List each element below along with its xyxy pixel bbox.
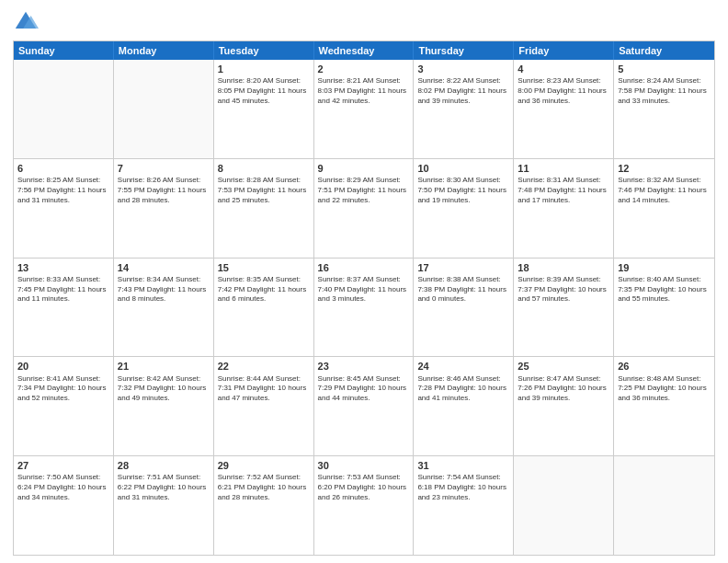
calendar-cell: 26Sunrise: 8:48 AM Sunset: 7:25 PM Dayli…	[614, 357, 714, 455]
calendar-cell: 5Sunrise: 8:24 AM Sunset: 7:58 PM Daylig…	[614, 60, 714, 158]
day-info: Sunrise: 8:24 AM Sunset: 7:58 PM Dayligh…	[618, 76, 711, 106]
day-number: 13	[17, 261, 109, 274]
day-info: Sunrise: 8:23 AM Sunset: 8:00 PM Dayligh…	[518, 76, 609, 106]
day-info: Sunrise: 8:26 AM Sunset: 7:55 PM Dayligh…	[118, 176, 210, 205]
day-number: 19	[618, 261, 711, 274]
day-info: Sunrise: 8:30 AM Sunset: 7:50 PM Dayligh…	[417, 176, 509, 205]
day-info: Sunrise: 8:39 AM Sunset: 7:37 PM Dayligh…	[518, 275, 609, 304]
day-info: Sunrise: 8:37 AM Sunset: 7:40 PM Dayligh…	[318, 275, 410, 304]
calendar-cell: 21Sunrise: 8:42 AM Sunset: 7:32 PM Dayli…	[114, 357, 214, 455]
day-number: 20	[17, 360, 109, 373]
calendar-cell: 16Sunrise: 8:37 AM Sunset: 7:40 PM Dayli…	[314, 259, 415, 357]
calendar-week: 20Sunrise: 8:41 AM Sunset: 7:34 PM Dayli…	[14, 357, 714, 456]
calendar-day-header: Saturday	[614, 41, 714, 60]
calendar-cell: 7Sunrise: 8:26 AM Sunset: 7:55 PM Daylig…	[114, 159, 214, 258]
calendar-cell: 6Sunrise: 8:25 AM Sunset: 7:56 PM Daylig…	[14, 159, 114, 258]
calendar-cell: 17Sunrise: 8:38 AM Sunset: 7:38 PM Dayli…	[414, 259, 514, 357]
calendar-week: 6Sunrise: 8:25 AM Sunset: 7:56 PM Daylig…	[14, 159, 714, 259]
calendar-cell: 25Sunrise: 8:47 AM Sunset: 7:26 PM Dayli…	[514, 357, 614, 455]
day-info: Sunrise: 7:52 AM Sunset: 6:21 PM Dayligh…	[218, 473, 310, 502]
day-info: Sunrise: 8:22 AM Sunset: 8:02 PM Dayligh…	[417, 76, 509, 106]
day-info: Sunrise: 8:45 AM Sunset: 7:29 PM Dayligh…	[318, 374, 410, 404]
day-info: Sunrise: 8:20 AM Sunset: 8:05 PM Dayligh…	[218, 76, 310, 106]
calendar-cell: 2Sunrise: 8:21 AM Sunset: 8:03 PM Daylig…	[314, 60, 415, 158]
day-info: Sunrise: 8:21 AM Sunset: 8:03 PM Dayligh…	[318, 76, 410, 106]
calendar-cell: 28Sunrise: 7:51 AM Sunset: 6:22 PM Dayli…	[114, 456, 214, 555]
calendar-day-header: Wednesday	[314, 41, 415, 60]
day-number: 11	[518, 162, 609, 175]
calendar-cell: 10Sunrise: 8:30 AM Sunset: 7:50 PM Dayli…	[414, 159, 514, 258]
calendar-cell: 31Sunrise: 7:54 AM Sunset: 6:18 PM Dayli…	[414, 456, 514, 555]
day-info: Sunrise: 7:53 AM Sunset: 6:20 PM Dayligh…	[318, 473, 410, 502]
day-number: 30	[318, 459, 410, 472]
day-info: Sunrise: 8:40 AM Sunset: 7:35 PM Dayligh…	[618, 275, 711, 304]
day-info: Sunrise: 8:28 AM Sunset: 7:53 PM Dayligh…	[218, 176, 310, 205]
calendar-week: 1Sunrise: 8:20 AM Sunset: 8:05 PM Daylig…	[14, 60, 714, 159]
day-number: 26	[618, 360, 711, 373]
day-number: 9	[318, 162, 410, 175]
day-info: Sunrise: 8:31 AM Sunset: 7:48 PM Dayligh…	[518, 176, 609, 205]
logo-icon	[13, 9, 39, 35]
day-info: Sunrise: 8:44 AM Sunset: 7:31 PM Dayligh…	[218, 374, 310, 404]
calendar-cell: 11Sunrise: 8:31 AM Sunset: 7:48 PM Dayli…	[514, 159, 614, 258]
calendar-day-header: Sunday	[14, 41, 114, 60]
calendar-cell	[14, 60, 114, 158]
day-number: 25	[518, 360, 609, 373]
day-info: Sunrise: 8:32 AM Sunset: 7:46 PM Dayligh…	[618, 176, 711, 205]
day-info: Sunrise: 8:48 AM Sunset: 7:25 PM Dayligh…	[618, 374, 711, 404]
calendar-cell: 3Sunrise: 8:22 AM Sunset: 8:02 PM Daylig…	[414, 60, 514, 158]
calendar-week: 13Sunrise: 8:33 AM Sunset: 7:45 PM Dayli…	[14, 259, 714, 358]
calendar-day-header: Tuesday	[214, 41, 314, 60]
calendar-day-header: Monday	[114, 41, 214, 60]
calendar-cell: 15Sunrise: 8:35 AM Sunset: 7:42 PM Dayli…	[214, 259, 314, 357]
day-number: 24	[417, 360, 509, 373]
calendar-cell	[614, 456, 714, 555]
day-info: Sunrise: 8:25 AM Sunset: 7:56 PM Dayligh…	[17, 176, 109, 205]
day-number: 5	[618, 63, 711, 75]
day-number: 21	[118, 360, 210, 373]
calendar-cell: 12Sunrise: 8:32 AM Sunset: 7:46 PM Dayli…	[614, 159, 714, 258]
day-number: 14	[118, 261, 210, 274]
day-number: 23	[318, 360, 410, 373]
day-number: 3	[417, 63, 509, 75]
day-number: 28	[118, 459, 210, 472]
calendar-day-header: Thursday	[414, 41, 514, 60]
day-info: Sunrise: 8:41 AM Sunset: 7:34 PM Dayligh…	[17, 374, 109, 404]
calendar-body: 1Sunrise: 8:20 AM Sunset: 8:05 PM Daylig…	[14, 60, 714, 555]
calendar-cell: 30Sunrise: 7:53 AM Sunset: 6:20 PM Dayli…	[314, 456, 415, 555]
calendar-cell: 9Sunrise: 8:29 AM Sunset: 7:51 PM Daylig…	[314, 159, 415, 258]
day-number: 29	[218, 459, 310, 472]
day-info: Sunrise: 8:46 AM Sunset: 7:28 PM Dayligh…	[417, 374, 509, 404]
day-number: 22	[218, 360, 310, 373]
day-number: 2	[318, 63, 410, 75]
calendar-cell: 23Sunrise: 8:45 AM Sunset: 7:29 PM Dayli…	[314, 357, 415, 455]
day-info: Sunrise: 8:29 AM Sunset: 7:51 PM Dayligh…	[318, 176, 410, 205]
logo	[13, 9, 42, 35]
calendar-cell: 18Sunrise: 8:39 AM Sunset: 7:37 PM Dayli…	[514, 259, 614, 357]
calendar-cell: 24Sunrise: 8:46 AM Sunset: 7:28 PM Dayli…	[414, 357, 514, 455]
day-number: 17	[417, 261, 509, 274]
day-number: 27	[17, 459, 109, 472]
day-info: Sunrise: 8:42 AM Sunset: 7:32 PM Dayligh…	[118, 374, 210, 404]
day-info: Sunrise: 7:50 AM Sunset: 6:24 PM Dayligh…	[17, 473, 109, 502]
day-info: Sunrise: 8:38 AM Sunset: 7:38 PM Dayligh…	[417, 275, 509, 304]
calendar-cell: 1Sunrise: 8:20 AM Sunset: 8:05 PM Daylig…	[214, 60, 314, 158]
calendar-cell: 8Sunrise: 8:28 AM Sunset: 7:53 PM Daylig…	[214, 159, 314, 258]
day-number: 1	[218, 63, 310, 75]
calendar-header: SundayMondayTuesdayWednesdayThursdayFrid…	[14, 41, 714, 60]
calendar-cell: 19Sunrise: 8:40 AM Sunset: 7:35 PM Dayli…	[614, 259, 714, 357]
calendar-cell: 13Sunrise: 8:33 AM Sunset: 7:45 PM Dayli…	[14, 259, 114, 357]
calendar-cell: 27Sunrise: 7:50 AM Sunset: 6:24 PM Dayli…	[14, 456, 114, 555]
day-number: 8	[218, 162, 310, 175]
day-info: Sunrise: 7:54 AM Sunset: 6:18 PM Dayligh…	[417, 473, 509, 502]
calendar-cell: 22Sunrise: 8:44 AM Sunset: 7:31 PM Dayli…	[214, 357, 314, 455]
day-number: 10	[417, 162, 509, 175]
calendar-cell: 29Sunrise: 7:52 AM Sunset: 6:21 PM Dayli…	[214, 456, 314, 555]
day-number: 7	[118, 162, 210, 175]
day-number: 4	[518, 63, 609, 75]
day-number: 18	[518, 261, 609, 274]
day-number: 31	[417, 459, 509, 472]
calendar-cell: 14Sunrise: 8:34 AM Sunset: 7:43 PM Dayli…	[114, 259, 214, 357]
calendar-cell: 4Sunrise: 8:23 AM Sunset: 8:00 PM Daylig…	[514, 60, 614, 158]
day-number: 16	[318, 261, 410, 274]
